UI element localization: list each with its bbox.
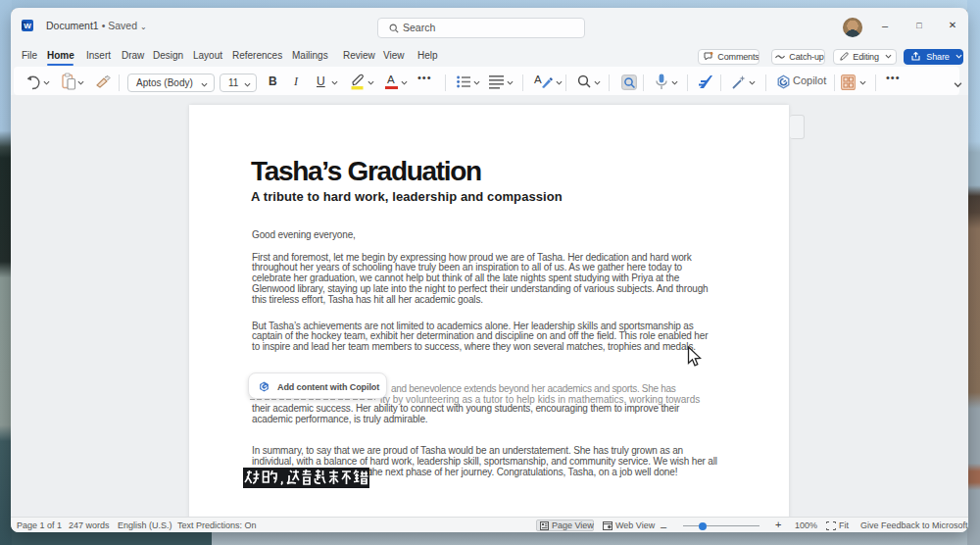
svg-text:W: W [24,22,31,30]
